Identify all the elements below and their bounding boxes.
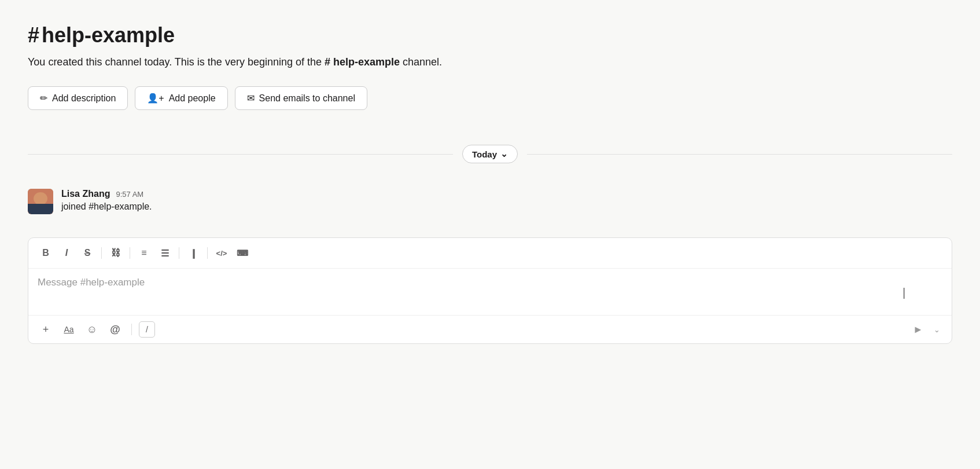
code-block-icon: ⌨ <box>237 248 248 258</box>
code-button[interactable]: </> <box>212 244 231 262</box>
add-people-label: Add people <box>169 93 216 104</box>
slash-command-button[interactable]: / <box>139 321 155 338</box>
avatar <box>28 189 53 214</box>
text-cursor: | <box>903 284 905 299</box>
mention-button[interactable]: @ <box>106 320 124 339</box>
slash-icon: / <box>146 325 148 334</box>
toolbar-separator-2 <box>130 247 130 259</box>
send-options-dropdown[interactable]: ⌄ <box>930 320 944 339</box>
description-prefix: You created this channel today. This is … <box>28 56 325 68</box>
block-quote-button[interactable]: ❙ <box>184 244 202 262</box>
emoji-button[interactable]: ☺ <box>83 320 101 339</box>
ordered-list-button[interactable]: ≡ <box>135 244 153 262</box>
message-text: joined #help-example. <box>61 201 152 212</box>
strikethrough-button[interactable]: S <box>78 244 97 262</box>
composer-placeholder: Message #help-example <box>38 277 145 288</box>
hash-symbol: # <box>28 23 39 47</box>
code-block-button[interactable]: ⌨ <box>233 244 252 262</box>
format-text-button[interactable]: Aa <box>60 320 78 339</box>
message-time: 9:57 AM <box>116 190 143 199</box>
toolbar-separator-3 <box>179 247 179 259</box>
channel-title-section: # help-example <box>28 23 952 47</box>
unordered-list-icon: ☰ <box>161 248 169 259</box>
channel-description: You created this channel today. This is … <box>28 54 952 70</box>
composer-toolbar: B I S ⛓ ≡ ☰ ❙ </> <box>28 238 952 269</box>
add-description-label: Add description <box>52 93 116 104</box>
avatar-image <box>28 189 53 214</box>
add-description-button[interactable]: ✏ Add description <box>28 86 128 110</box>
divider-line-left <box>28 154 453 155</box>
message-header: Lisa Zhang 9:57 AM <box>61 189 152 199</box>
bold-button[interactable]: B <box>36 244 55 262</box>
ordered-list-icon: ≡ <box>141 248 146 258</box>
today-label: Today <box>472 149 497 159</box>
at-icon: @ <box>110 324 120 336</box>
strikethrough-icon: S <box>84 248 91 258</box>
emoji-icon: ☺ <box>87 324 97 336</box>
channel-name: help-example <box>42 23 175 47</box>
bold-icon: B <box>42 248 49 258</box>
email-icon: ✉ <box>247 93 255 104</box>
code-icon: </> <box>216 249 227 258</box>
send-emails-label: Send emails to channel <box>259 93 355 104</box>
message-username: Lisa Zhang <box>61 189 110 199</box>
person-add-icon: 👤+ <box>147 93 164 104</box>
message-item: Lisa Zhang 9:57 AM joined #help-example. <box>28 189 952 214</box>
toolbar-separator-1 <box>101 247 102 259</box>
chevron-down-icon: ⌄ <box>934 325 940 334</box>
message-composer: B I S ⛓ ≡ ☰ ❙ </> <box>28 237 952 344</box>
toolbar-separator-4 <box>207 247 208 259</box>
today-divider-button[interactable]: Today ⌄ <box>462 145 518 163</box>
footer-right-actions: ► ⌄ <box>909 320 944 339</box>
send-button[interactable]: ► <box>909 320 927 339</box>
action-buttons-group: ✏ Add description 👤+ Add people ✉ Send e… <box>28 86 952 110</box>
composer-footer: + Aa ☺ @ / ► <box>28 315 952 343</box>
add-people-button[interactable]: 👤+ Add people <box>135 86 227 110</box>
footer-left-actions: + Aa ☺ @ / <box>36 320 909 339</box>
block-quote-icon: ❙ <box>190 248 197 259</box>
chevron-down-icon: ⌄ <box>500 149 508 159</box>
pencil-icon: ✏ <box>40 93 47 104</box>
description-suffix: channel. <box>400 56 442 68</box>
divider-line-right <box>527 154 952 155</box>
description-channel-name: # help-example <box>325 56 400 68</box>
italic-button[interactable]: I <box>57 244 76 262</box>
message-body: Lisa Zhang 9:57 AM joined #help-example. <box>61 189 152 212</box>
send-emails-button[interactable]: ✉ Send emails to channel <box>235 86 367 110</box>
composer-input-area[interactable]: Message #help-example | <box>28 269 952 315</box>
attach-button[interactable]: + <box>36 320 55 339</box>
italic-icon: I <box>65 248 68 258</box>
plus-icon: + <box>43 324 49 336</box>
link-button[interactable]: ⛓ <box>106 244 125 262</box>
font-icon: Aa <box>64 325 73 334</box>
link-icon: ⛓ <box>111 248 120 258</box>
date-divider: Today ⌄ <box>28 145 952 163</box>
send-arrow-icon: ► <box>913 324 923 336</box>
main-content: # help-example You created this channel … <box>0 0 980 469</box>
channel-heading: # help-example <box>28 23 175 47</box>
unordered-list-button[interactable]: ☰ <box>156 244 174 262</box>
footer-separator <box>131 324 132 335</box>
